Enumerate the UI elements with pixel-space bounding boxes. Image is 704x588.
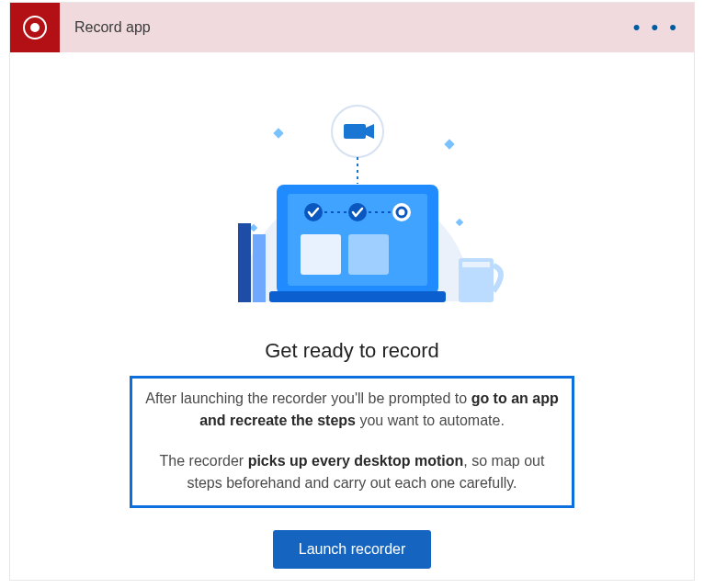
panel-header: Record app • • •: [10, 3, 694, 52]
svg-rect-23: [348, 234, 389, 275]
record-icon: [10, 3, 60, 52]
more-icon[interactable]: • • •: [633, 17, 679, 38]
panel-content: Get ready to record After launching the …: [10, 52, 694, 569]
svg-rect-9: [238, 223, 251, 302]
svg-rect-7: [344, 124, 366, 139]
svg-rect-3: [250, 224, 257, 232]
panel-title: Record app: [74, 19, 151, 36]
svg-point-18: [392, 203, 411, 221]
ready-heading: Get ready to record: [10, 339, 694, 363]
description-paragraph-2: The recorder picks up every desktop moti…: [145, 450, 559, 494]
desc-text: The recorder: [160, 453, 248, 469]
description-paragraph-1: After launching the recorder you'll be p…: [145, 388, 559, 432]
svg-rect-10: [253, 234, 266, 302]
launch-recorder-button[interactable]: Launch recorder: [273, 530, 432, 569]
svg-rect-12: [462, 262, 490, 267]
svg-rect-14: [269, 291, 446, 302]
svg-rect-5: [456, 219, 463, 226]
svg-rect-2: [273, 128, 283, 138]
svg-rect-22: [301, 234, 341, 275]
desc-text: After launching the recorder you'll be p…: [145, 390, 471, 406]
record-app-panel: Record app • • •: [9, 2, 695, 581]
desc-emphasis: picks up every desktop motion: [248, 453, 464, 469]
record-illustration: [10, 78, 694, 317]
desc-text: you want to automate.: [356, 413, 505, 428]
svg-rect-4: [444, 139, 454, 149]
description-box: After launching the recorder you'll be p…: [130, 376, 574, 508]
svg-point-1: [30, 23, 40, 32]
